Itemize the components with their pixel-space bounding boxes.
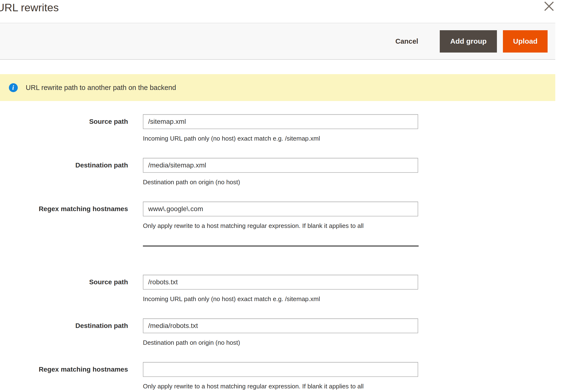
field-control: Only apply rewrite to a host matching re…	[143, 362, 418, 390]
form-row-regex-hostnames: Regex matching hostnames Only apply rewr…	[0, 202, 562, 229]
form-row-regex-hostnames: Regex matching hostnames Only apply rewr…	[0, 362, 562, 390]
source-path-label: Source path	[0, 114, 128, 142]
rewrite-group: Source path Incoming URL path only (no h…	[0, 114, 562, 229]
close-icon	[543, 0, 555, 12]
page-title: URL rewrites	[0, 0, 562, 14]
modal-toolbar: Cancel Add group Upload	[0, 23, 555, 60]
regex-hostnames-input[interactable]	[143, 202, 418, 216]
regex-hostnames-label: Regex matching hostnames	[0, 202, 128, 229]
field-control: Incoming URL path only (no host) exact m…	[143, 114, 418, 142]
info-icon: i	[9, 83, 18, 92]
field-control: Only apply rewrite to a host matching re…	[143, 202, 418, 229]
close-button[interactable]	[543, 0, 555, 12]
info-banner-text: URL rewrite path to another path on the …	[26, 84, 176, 92]
add-group-button[interactable]: Add group	[440, 30, 497, 53]
regex-hostnames-hint: Only apply rewrite to a host matching re…	[143, 222, 418, 229]
group-divider	[143, 246, 419, 246]
regex-hostnames-hint: Only apply rewrite to a host matching re…	[143, 383, 418, 390]
destination-path-hint: Destination path on origin (no host)	[143, 179, 418, 186]
destination-path-hint: Destination path on origin (no host)	[143, 339, 418, 346]
field-control: Destination path on origin (no host)	[143, 158, 418, 186]
cancel-button[interactable]: Cancel	[395, 37, 418, 45]
form-row-destination-path: Destination path Destination path on ori…	[0, 158, 562, 186]
source-path-label: Source path	[0, 275, 128, 302]
field-control: Destination path on origin (no host)	[143, 318, 418, 346]
source-path-hint: Incoming URL path only (no host) exact m…	[143, 135, 418, 142]
destination-path-label: Destination path	[0, 318, 128, 346]
source-path-input[interactable]	[143, 275, 418, 290]
regex-hostnames-input[interactable]	[143, 362, 418, 377]
upload-button[interactable]: Upload	[503, 30, 548, 53]
url-rewrites-form: Source path Incoming URL path only (no h…	[0, 114, 562, 390]
source-path-hint: Incoming URL path only (no host) exact m…	[143, 295, 418, 302]
rewrite-group: Source path Incoming URL path only (no h…	[0, 275, 562, 390]
destination-path-input[interactable]	[143, 158, 418, 173]
destination-path-label: Destination path	[0, 158, 128, 186]
source-path-input[interactable]	[143, 114, 418, 129]
destination-path-input[interactable]	[143, 318, 418, 333]
form-row-source-path: Source path Incoming URL path only (no h…	[0, 275, 562, 302]
modal-header: URL rewrites	[0, 0, 562, 23]
form-row-source-path: Source path Incoming URL path only (no h…	[0, 114, 562, 142]
form-row-destination-path: Destination path Destination path on ori…	[0, 318, 562, 346]
regex-hostnames-label: Regex matching hostnames	[0, 362, 128, 390]
info-banner: i URL rewrite path to another path on th…	[0, 74, 555, 101]
field-control: Incoming URL path only (no host) exact m…	[143, 275, 418, 302]
